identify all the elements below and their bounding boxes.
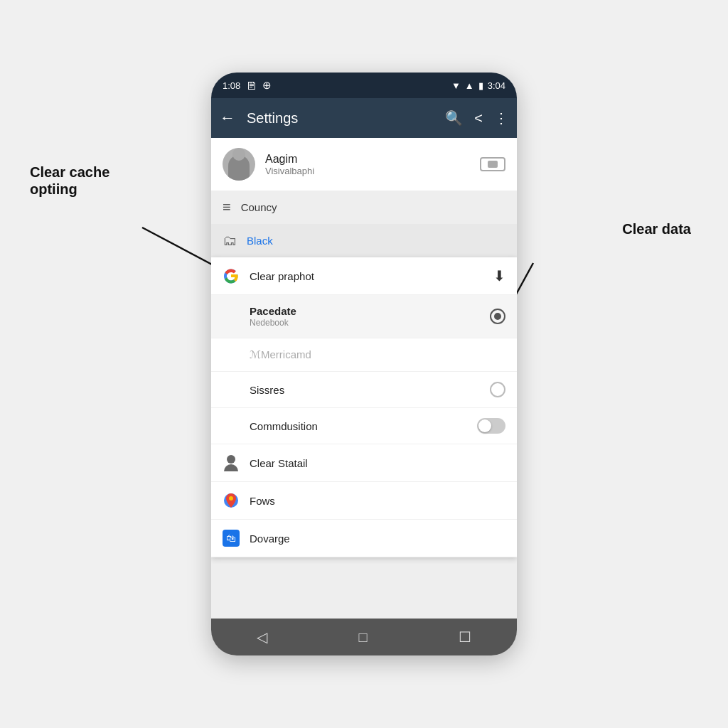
clear-praphot-label: Clear praphot [250,270,314,282]
search-icon[interactable]: 🔍 [445,109,463,127]
menu-item-clear-statail[interactable]: Clear Statail [211,444,517,482]
pacedate-radio[interactable] [490,309,505,324]
profile-info: Aagim Visivalbaphi [265,153,470,176]
back-button[interactable]: ← [220,109,235,127]
overflow-menu-icon[interactable]: ⋮ [494,109,508,127]
app-bar: ← Settings 🔍 < ⋮ [211,98,517,138]
profile-row[interactable]: Aagim Visivalbaphi [211,138,517,191]
commdusition-label: Commdusition [250,420,318,432]
black-label: Black [247,235,273,247]
dovarge-label: Dovarge [250,532,290,545]
google-icon [223,267,240,284]
share-icon[interactable]: < [474,110,483,127]
app-bar-title: Settings [247,110,437,127]
menu-item-commdusition[interactable]: Commdusition [211,408,517,444]
svg-point-5 [229,496,233,500]
menu-item-pacedate[interactable]: Pacedate Nedebook [211,295,517,338]
clear-statail-label: Clear Statail [250,457,308,469]
clear-data-annotation: Clear data [622,220,691,237]
sissres-radio[interactable] [490,382,505,397]
signal-icon: ▲ [465,80,474,91]
pacedate-text: Pacedate Nedebook [250,305,480,328]
content-area: Aagim Visivalbaphi ≡ Councy 🗂 Black [211,138,517,619]
nav-bar: ◁ □ ☐ [211,619,517,655]
back-nav-button[interactable]: ◁ [257,628,267,646]
pacedate-label: Pacedate [250,305,480,317]
recents-nav-button[interactable]: ☐ [459,628,471,646]
profile-subtitle: Visivalbaphi [265,166,470,176]
notification-icon: 🖹 [246,80,257,92]
status-left: 1:08 🖹 ⊕ [223,79,272,92]
home-nav-button[interactable]: □ [358,629,367,646]
menu-item-dovarge[interactable]: 🛍 Dovarge [211,520,517,557]
sissres-label: Sissres [250,384,284,396]
section-label: Councy [241,201,277,213]
profile-toggle-inner [488,161,498,168]
menu-item-sissres[interactable]: Sissres [211,372,517,408]
profile-toggle[interactable] [480,157,505,171]
pacedate-sublabel: Nedebook [250,318,480,328]
battery-time: 3:04 [488,80,505,91]
status-right: ▼ ▲ ▮ 3:04 [451,80,505,91]
add-icon: ⊕ [262,79,272,92]
dropdown-panel: Clear praphot ⬇ Pacedate Nedebook ℳMerri… [211,257,517,557]
menu-item-clear-praphot[interactable]: Clear praphot ⬇ [211,257,517,295]
clear-cache-annotation: Clear cache optiing [30,164,109,198]
store-icon: 🛍 [223,530,240,547]
profile-name: Aagim [265,153,470,166]
menu-item-fows[interactable]: Fows [211,482,517,520]
menu-icon: ≡ [223,199,231,215]
wifi-icon: ▼ [451,80,461,91]
commdusition-toggle[interactable] [477,418,505,434]
menu-item-merricamd: ℳMerricamd [211,338,517,372]
download-icon: ⬇ [493,267,505,284]
fows-google-maps-icon [223,492,240,509]
folder-icon: 🗂 [223,232,237,249]
black-row[interactable]: 🗂 Black [211,224,517,257]
status-bar: 1:08 🖹 ⊕ ▼ ▲ ▮ 3:04 [211,73,517,98]
battery-icon: ▮ [478,80,483,91]
avatar [223,148,255,181]
fows-label: Fows [250,495,275,507]
section-row[interactable]: ≡ Councy [211,191,517,224]
merricamd-label: ℳMerricamd [250,348,311,361]
phone-shell: 1:08 🖹 ⊕ ▼ ▲ ▮ 3:04 ← Settings 🔍 < ⋮ Aag… [211,73,517,655]
time-display: 1:08 [223,80,240,91]
app-bar-icons: 🔍 < ⋮ [445,109,508,127]
toggle-knob [478,419,491,432]
user-icon [223,454,240,471]
